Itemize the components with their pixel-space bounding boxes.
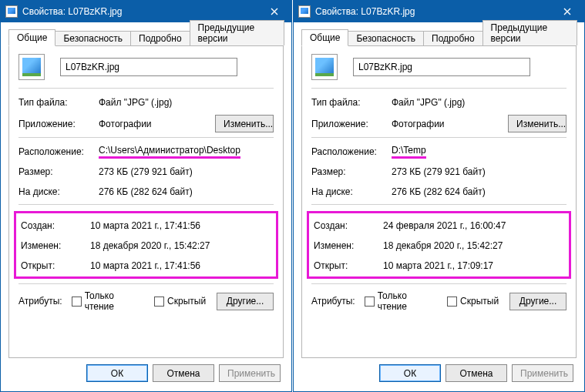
window-title: Свойства: L07BzKR.jpg [315, 6, 550, 17]
location-value: C:\Users\Администратор\Desktop [99, 145, 274, 159]
created-label: Создан: [314, 220, 383, 231]
modified-value: 18 декабря 2020 г., 15:42:27 [90, 240, 271, 251]
dialog-buttons: ОК Отмена Применить [8, 358, 284, 384]
titlebar[interactable]: Свойства: L07BzKR.jpg [1, 1, 291, 22]
app-value: Фотографии [392, 119, 508, 129]
location-label: Расположение: [18, 146, 99, 157]
client-area: Общие Безопасность Подробно Предыдущие в… [294, 22, 584, 391]
readonly-checkbox[interactable]: Только чтение [365, 290, 436, 312]
accessed-value: 10 марта 2021 г., 17:41:56 [90, 260, 271, 271]
location-label: Расположение: [311, 146, 392, 157]
titlebar[interactable]: Свойства: L07BzKR.jpg [294, 1, 584, 22]
window-icon [5, 5, 18, 18]
properties-window: Свойства: L07BzKR.jpg Общие Безопасность… [0, 0, 292, 392]
attributes-label: Атрибуты: [18, 296, 72, 307]
hidden-checkbox-label: Скрытый [167, 296, 206, 307]
change-app-button[interactable]: Изменить... [508, 115, 567, 132]
tab-details[interactable]: Подробно [423, 31, 483, 45]
other-attributes-button[interactable]: Другие... [509, 293, 567, 310]
tab-strip: Общие Безопасность Подробно Предыдущие в… [301, 27, 577, 45]
properties-window: Свойства: L07BzKR.jpg Общие Безопасность… [293, 0, 585, 392]
tab-details[interactable]: Подробно [130, 31, 190, 45]
filetype-label: Тип файла: [18, 97, 99, 108]
disk-label: На диске: [18, 186, 99, 197]
disk-value: 276 КБ (282 624 байт) [392, 186, 567, 197]
accessed-label: Открыт: [314, 260, 383, 271]
tab-strip: Общие Безопасность Подробно Предыдущие в… [8, 27, 284, 45]
readonly-checkbox-label: Только чтение [378, 290, 436, 312]
change-app-button[interactable]: Изменить... [215, 115, 274, 132]
tab-previous-versions[interactable]: Предыдущие версии [190, 20, 284, 45]
disk-value: 276 КБ (282 624 байт) [99, 186, 274, 197]
close-button[interactable] [550, 1, 584, 22]
dialog-buttons: ОК Отмена Применить [301, 358, 577, 384]
filename-input[interactable] [353, 58, 530, 76]
apply-button[interactable]: Применить [219, 364, 281, 382]
tab-previous-versions[interactable]: Предыдущие версии [482, 20, 577, 45]
apply-button[interactable]: Применить [512, 364, 573, 382]
readonly-checkbox[interactable]: Только чтение [72, 290, 143, 312]
created-value: 24 февраля 2021 г., 16:00:47 [383, 220, 564, 231]
disk-label: На диске: [311, 186, 392, 197]
modified-label: Изменен: [21, 240, 90, 251]
tab-security[interactable]: Безопасность [55, 31, 131, 45]
created-label: Создан: [21, 220, 90, 231]
file-type-icon [18, 54, 45, 80]
dates-highlight-frame: Создан: 10 марта 2021 г., 17:41:56 Измен… [14, 211, 278, 279]
size-value: 273 КБ (279 921 байт) [392, 166, 567, 177]
hidden-checkbox[interactable]: Скрытый [154, 296, 206, 307]
size-label: Размер: [18, 166, 99, 177]
cancel-button[interactable]: Отмена [445, 364, 507, 382]
filetype-label: Тип файла: [311, 97, 392, 108]
tab-panel-general: Тип файла: Файл "JPG" (.jpg) Приложение:… [8, 45, 284, 358]
size-label: Размер: [311, 166, 392, 177]
modified-label: Изменен: [314, 240, 383, 251]
file-type-icon [311, 54, 338, 80]
window-icon [298, 5, 311, 18]
accessed-value: 10 марта 2021 г., 17:09:17 [383, 260, 564, 271]
close-button[interactable] [257, 1, 291, 22]
client-area: Общие Безопасность Подробно Предыдущие в… [1, 22, 291, 391]
cancel-button[interactable]: Отмена [153, 364, 214, 382]
attributes-label: Атрибуты: [311, 296, 365, 307]
app-label: Приложение: [311, 119, 392, 129]
accessed-label: Открыт: [21, 260, 90, 271]
ok-button[interactable]: ОК [379, 364, 441, 382]
app-value: Фотографии [99, 119, 215, 129]
filetype-value: Файл "JPG" (.jpg) [392, 97, 567, 108]
window-title: Свойства: L07BzKR.jpg [22, 6, 257, 17]
location-value: D:\Temp [392, 145, 567, 159]
app-label: Приложение: [18, 119, 99, 129]
ok-button[interactable]: ОК [86, 364, 148, 382]
modified-value: 18 декабря 2020 г., 15:42:27 [383, 240, 564, 251]
tab-panel-general: Тип файла: Файл "JPG" (.jpg) Приложение:… [301, 45, 577, 358]
size-value: 273 КБ (279 921 байт) [99, 166, 274, 177]
hidden-checkbox[interactable]: Скрытый [447, 296, 499, 307]
tab-security[interactable]: Безопасность [348, 31, 424, 45]
created-value: 10 марта 2021 г., 17:41:56 [90, 220, 271, 231]
hidden-checkbox-label: Скрытый [460, 296, 499, 307]
readonly-checkbox-label: Только чтение [85, 290, 143, 312]
tab-general[interactable]: Общие [8, 29, 55, 46]
dates-highlight-frame: Создан: 24 февраля 2021 г., 16:00:47 Изм… [307, 211, 571, 279]
other-attributes-button[interactable]: Другие... [217, 293, 274, 310]
filename-input[interactable] [60, 58, 237, 76]
filetype-value: Файл "JPG" (.jpg) [99, 97, 274, 108]
tab-general[interactable]: Общие [301, 29, 348, 46]
